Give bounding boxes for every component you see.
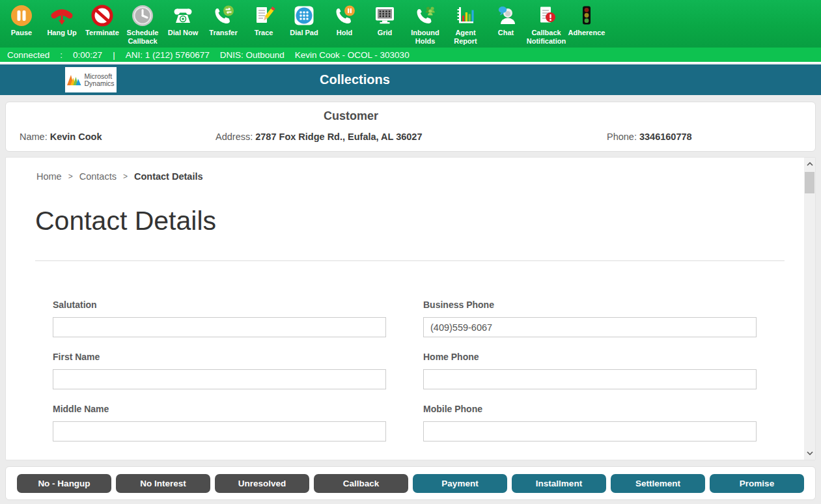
toolbar-label: Grid xyxy=(365,29,405,37)
ani-value: ANI: 1 (212) 5760677 xyxy=(126,50,210,60)
inbound-holds-icon xyxy=(405,3,445,28)
dnis-value: DNIS: Outbound xyxy=(220,50,285,60)
customer-phone-value: 3346160778 xyxy=(639,132,692,142)
terminate-icon xyxy=(82,3,122,28)
customer-phone: Phone:3346160778 xyxy=(607,132,692,142)
customer-name-value: Kevin Cook xyxy=(50,132,102,142)
contact-details-panel: Home > Contacts > Contact Details Contac… xyxy=(5,157,816,460)
toolbar-label: Trace xyxy=(244,29,284,37)
customer-phone-label: Phone: xyxy=(607,132,637,142)
toolbar-label: Transfer xyxy=(203,29,244,37)
scrollbar[interactable] xyxy=(804,158,815,460)
toolbar-button-trace[interactable]: Trace xyxy=(244,3,284,48)
toolbar-button-inbound-holds[interactable]: Inbound Holds xyxy=(405,3,445,48)
callback-button[interactable]: Callback xyxy=(314,474,408,493)
disposition-bar: No - Hangup No Interest Unresolved Callb… xyxy=(5,466,816,500)
breadcrumb-contacts[interactable]: Contacts xyxy=(79,171,117,182)
hangup-icon xyxy=(42,3,82,28)
agent-report-icon xyxy=(445,3,486,28)
first-name-label: First Name xyxy=(53,352,386,362)
salutation-field-group: Salutation xyxy=(53,300,386,337)
toolbar-button-adherence[interactable]: Adherence xyxy=(566,3,607,48)
customer-card-title: Customer xyxy=(324,109,378,122)
mobile-phone-field-group: Mobile Phone xyxy=(423,404,757,441)
chat-icon xyxy=(486,3,526,28)
toolbar-button-dial-pad[interactable]: Dial Pad xyxy=(284,3,324,48)
home-phone-label: Home Phone xyxy=(423,352,757,362)
toolbar-label: Dial Now xyxy=(163,29,203,37)
trace-icon xyxy=(244,3,284,28)
toolbar-label: Schedule Callback xyxy=(122,29,163,46)
customer-address-value: 2787 Fox Ridge Rd., Eufala, AL 36027 xyxy=(255,132,422,142)
cti-toolbar: Pause Hang Up Terminate Schedule Callbac… xyxy=(0,0,821,48)
payment-button[interactable]: Payment xyxy=(413,474,507,493)
home-phone-field-group: Home Phone xyxy=(423,352,757,389)
adherence-icon xyxy=(566,3,607,28)
app-header: Microsoft Dynamics Collections xyxy=(0,64,821,95)
toolbar-button-pause[interactable]: Pause xyxy=(1,3,42,48)
call-timer: 0:00:27 xyxy=(73,50,102,60)
business-phone-label: Business Phone xyxy=(423,300,757,310)
middle-name-input[interactable] xyxy=(53,421,386,441)
toolbar-button-dial-now[interactable]: Dial Now xyxy=(163,3,203,48)
breadcrumb-separator: > xyxy=(68,172,73,181)
toolbar-label: Inbound Holds xyxy=(405,29,445,46)
title-divider xyxy=(35,260,785,261)
toolbar-label: Adherence xyxy=(566,29,607,37)
agent-session-info: Kevin Cook - OCOL - 303030 xyxy=(295,50,410,60)
breadcrumb-separator: > xyxy=(123,172,128,181)
customer-card-title-wrap: Customer xyxy=(6,109,696,123)
toolbar-label: Hold xyxy=(324,29,365,37)
promise-button[interactable]: Promise xyxy=(710,474,804,493)
connection-state: Connected xyxy=(7,50,49,60)
mobile-phone-input[interactable] xyxy=(423,421,757,441)
toolbar-button-terminate[interactable]: Terminate xyxy=(82,3,122,48)
business-phone-input[interactable] xyxy=(423,317,757,337)
grid-icon xyxy=(365,3,405,28)
customer-address: Address:2787 Fox Ridge Rd., Eufala, AL 3… xyxy=(216,132,423,142)
breadcrumb: Home > Contacts > Contact Details xyxy=(36,171,203,182)
toolbar-button-agent-report[interactable]: Agent Report xyxy=(445,3,486,48)
scroll-up-arrow[interactable] xyxy=(804,162,815,166)
scroll-thumb[interactable] xyxy=(805,172,814,193)
page-header-title: Collections xyxy=(320,72,390,87)
salutation-label: Salutation xyxy=(53,300,386,310)
toolbar-label: Agent Report xyxy=(445,29,486,46)
settlement-button[interactable]: Settlement xyxy=(611,474,705,493)
toolbar-label: Terminate xyxy=(82,29,122,37)
unresolved-button[interactable]: Unresolved xyxy=(215,474,309,493)
toolbar-button-callback-notification[interactable]: Callback Notification xyxy=(526,3,566,48)
first-name-input[interactable] xyxy=(53,369,386,389)
customer-name-label: Name: xyxy=(20,132,48,142)
schedule-callback-icon xyxy=(122,3,163,28)
toolbar-button-grid[interactable]: Grid xyxy=(365,3,405,48)
toolbar-button-chat[interactable]: Chat xyxy=(486,3,526,48)
status-colon: : xyxy=(60,50,63,60)
no-interest-button[interactable]: No Interest xyxy=(116,474,210,493)
installment-button[interactable]: Installment xyxy=(512,474,606,493)
middle-name-field-group: Middle Name xyxy=(53,404,386,441)
customer-address-label: Address: xyxy=(216,132,253,142)
home-phone-input[interactable] xyxy=(423,369,757,389)
toolbar-label: Dial Pad xyxy=(284,29,324,37)
toolbar-label: Pause xyxy=(1,29,42,37)
toolbar-button-schedule-callback[interactable]: Schedule Callback xyxy=(122,3,163,48)
callback-notification-icon xyxy=(526,3,566,28)
scroll-down-arrow[interactable] xyxy=(804,451,815,455)
no-hangup-button[interactable]: No - Hangup xyxy=(17,474,111,493)
toolbar-button-transfer[interactable]: Transfer xyxy=(203,3,244,48)
business-phone-field-group: Business Phone xyxy=(423,300,757,337)
pause-icon xyxy=(1,3,42,28)
page-title: Contact Details xyxy=(35,206,216,236)
toolbar-button-hangup[interactable]: Hang Up xyxy=(42,3,82,48)
toolbar-button-hold[interactable]: Hold xyxy=(324,3,365,48)
middle-name-label: Middle Name xyxy=(53,404,386,414)
breadcrumb-home[interactable]: Home xyxy=(36,171,62,182)
customer-card: Customer Name:Kevin Cook Address:2787 Fo… xyxy=(5,102,816,152)
toolbar-label: Chat xyxy=(486,29,526,37)
cti-status-bar: Connected : 0:00:27 | ANI: 1 (212) 57606… xyxy=(0,48,821,63)
salutation-input[interactable] xyxy=(53,317,386,337)
contact-details-form: Salutation First Name Middle Name Busine… xyxy=(53,300,757,441)
toolbar-label: Hang Up xyxy=(42,29,82,37)
breadcrumb-contact-details: Contact Details xyxy=(134,171,203,182)
